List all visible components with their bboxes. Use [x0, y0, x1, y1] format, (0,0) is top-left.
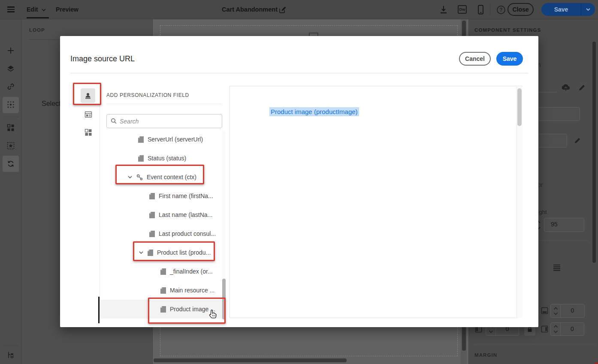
tab-form-fields[interactable] [85, 111, 92, 118]
document-icon [149, 212, 155, 218]
sync-icon[interactable] [7, 160, 15, 168]
dialog-save-button[interactable]: Save [496, 52, 523, 66]
help-icon[interactable]: ? [497, 6, 505, 14]
hamburger-menu-icon[interactable] [7, 6, 15, 12]
height-label-fragment: ight [538, 209, 547, 215]
tree-selection-indicator [98, 297, 100, 323]
tree-item-product-list[interactable]: Product list (produ... [100, 247, 222, 258]
mobile-preview-icon[interactable] [477, 5, 484, 15]
chevron-down-icon [586, 7, 591, 12]
tree-item-last-product-consulted[interactable]: Last product consul... [100, 228, 222, 239]
settings-scrollbar-thumb[interactable] [592, 42, 596, 263]
tree-item-main-resource[interactable]: Main resource ... [100, 285, 222, 296]
tree-item-label: Product list (produ... [157, 249, 211, 256]
field-underline [538, 92, 557, 93]
layers-icon[interactable] [7, 65, 15, 72]
padding-bottom-value: 0 [561, 304, 584, 317]
stepper-chevrons-icon[interactable] [551, 304, 561, 317]
rename-pencil-icon[interactable] [278, 6, 287, 14]
personalization-panel-header: ADD PERSONALIZATION FIELD [106, 92, 189, 98]
tree-item-label: Main resource ... [170, 287, 214, 294]
padding-right-icon[interactable] [541, 325, 548, 333]
cancel-button[interactable]: Cancel [459, 52, 491, 66]
canvas-horizontal-scrollbar-thumb[interactable] [154, 358, 347, 362]
document-icon [149, 193, 155, 199]
tree-item-label: Last name (lastNa... [159, 211, 212, 218]
url-expression-editor[interactable]: Product image (productImage) [230, 86, 522, 318]
document-icon [160, 306, 166, 313]
panel-divider [538, 240, 588, 241]
document-icon [160, 287, 166, 294]
app-screen: Edit Preview Cart Abandonment Dw ? Close… [0, 0, 598, 364]
tree-item-label: _finalIndex (or... [170, 268, 213, 275]
tree-item-product-image[interactable]: Product image ... [100, 300, 222, 319]
tree-item-serverurl[interactable]: ServerUrl (serverUrl) [100, 134, 222, 145]
dreamweaver-icon[interactable]: Dw [458, 5, 467, 14]
add-component-icon[interactable] [7, 47, 15, 54]
tree-item-label: First name (firstNa... [159, 193, 213, 199]
panel-divider [106, 104, 222, 104]
document-icon [149, 231, 155, 237]
loop-panel-text: Select [42, 100, 60, 108]
upload-cloud-icon[interactable] [561, 83, 571, 91]
download-icon[interactable] [439, 5, 448, 14]
tree-item-label: ServerUrl (serverUrl) [148, 136, 203, 143]
tree-scrollbar-thumb[interactable] [222, 279, 226, 319]
document-icon [138, 155, 144, 162]
fragment-star-icon[interactable] [7, 142, 15, 150]
height-input[interactable]: 95 [544, 218, 584, 232]
document-title: Cart Abandonment [222, 6, 278, 13]
chevron-down-icon[interactable] [127, 174, 133, 180]
save-dropdown-button[interactable] [581, 3, 595, 16]
align-justify-icon[interactable] [553, 264, 561, 271]
tree-item-label: Product image ... [170, 306, 215, 313]
tree-item-label: Event context (ctx) [147, 174, 196, 180]
dialog-header-divider [70, 73, 528, 73]
chevron-down-icon[interactable] [41, 7, 46, 12]
edit-pencil-icon[interactable] [574, 137, 581, 144]
search-box [106, 114, 222, 128]
left-icon-rail [0, 19, 21, 364]
components-grid-icon[interactable] [7, 124, 15, 132]
edit-pencil-icon[interactable] [578, 84, 586, 91]
chevron-down-icon[interactable] [138, 250, 144, 255]
panel-divider [474, 344, 594, 344]
tab-profile-fields[interactable] [81, 88, 95, 103]
structure-tree-icon[interactable] [7, 351, 15, 359]
padding-bottom-icon[interactable] [541, 307, 548, 314]
link-icon[interactable] [7, 83, 15, 90]
dialog-title: Image source URL [70, 54, 135, 63]
annotation-fragment [595, 362, 598, 364]
padding-right-value: 0 [561, 323, 584, 335]
tree-item-last-name[interactable]: Last name (lastNa... [100, 209, 222, 220]
tree-item-status[interactable]: Status (status) [100, 153, 222, 164]
personalization-token[interactable]: Product image (productImage) [269, 107, 359, 116]
personalization-icon[interactable] [7, 101, 15, 108]
padding-bottom-stepper[interactable]: 0 [550, 304, 585, 318]
profile-icon [84, 92, 92, 99]
settings-input-field[interactable] [532, 107, 580, 121]
active-tab-underline [27, 17, 49, 18]
document-icon [160, 268, 166, 275]
editor-scrollbar-thumb[interactable] [517, 88, 522, 126]
top-toolbar: Edit Preview Cart Abandonment Dw ? Close… [0, 0, 598, 19]
tree-item-finalindex[interactable]: _finalIndex (or... [100, 266, 222, 277]
rail-divider [3, 346, 19, 346]
tab-edit[interactable]: Edit [27, 6, 38, 13]
close-button[interactable]: Close [507, 3, 534, 16]
tab-preview[interactable]: Preview [56, 6, 79, 13]
search-icon [111, 118, 117, 124]
toolbar-divider [490, 4, 490, 15]
document-icon [138, 136, 144, 143]
tab-content-blocks[interactable] [85, 129, 92, 136]
tree-item-first-name[interactable]: First name (firstNa... [100, 190, 222, 202]
tree-item-event-context[interactable]: Event context (ctx) [100, 171, 222, 183]
search-input[interactable] [120, 114, 220, 128]
loop-panel-header: LOOP [29, 27, 45, 33]
save-button[interactable]: Save [541, 3, 581, 16]
context-key-icon [136, 174, 143, 180]
stepper-chevrons-icon[interactable] [551, 323, 561, 335]
padding-right-stepper[interactable]: 0 [550, 322, 584, 336]
height-value: 95 [551, 221, 584, 228]
margin-section-header: MARGIN [474, 352, 497, 358]
